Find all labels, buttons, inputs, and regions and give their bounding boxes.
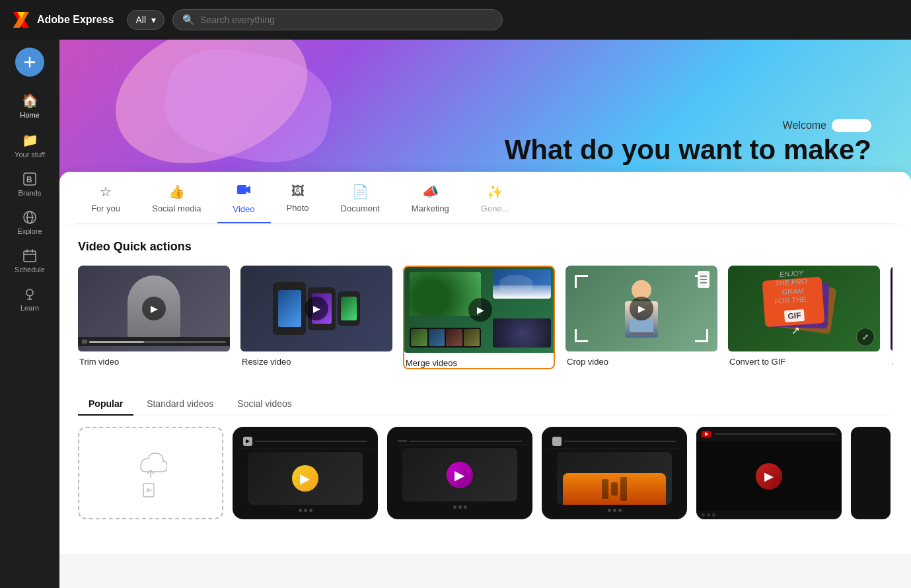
sidebar-item-learn[interactable]: Learn — [5, 281, 55, 317]
tab-for-you[interactable]: ☆ For you — [75, 173, 136, 223]
qa-card-convert-gif[interactable]: ENJOYTHE PRO-GRAMFOR THE... GIF ↗ ⤢ — [728, 266, 880, 369]
youtube-mockup: ▶ — [696, 427, 842, 519]
sidebar: 🏠 Home 📁 Your stuff B Brands Explore — [0, 40, 59, 588]
tab-video[interactable]: Video — [217, 172, 271, 223]
template-card-upload[interactable] — [78, 427, 223, 519]
qa-label-resize-video: Resize video — [240, 357, 392, 367]
quick-actions-section: Video Quick actions — [78, 240, 893, 375]
gif-cards-stack: ENJOYTHE PRO-GRAMFOR THE... GIF ↗ — [761, 279, 847, 338]
sidebar-item-label-home: Home — [20, 111, 39, 119]
templates-grid: ▶ ▶ — [78, 427, 893, 519]
template-tab-social[interactable]: Social videos — [227, 393, 303, 416]
phone-screen-1: ▶ — [248, 452, 362, 505]
video-file-icon — [141, 481, 161, 501]
search-input[interactable] — [200, 15, 493, 25]
qa-card-gif-img: ENJOYTHE PRO-GRAMFOR THE... GIF ↗ ⤢ — [728, 266, 880, 351]
partial-card-bg — [851, 427, 891, 519]
play-icon-merge: ▶ — [468, 298, 492, 322]
video-icon — [237, 182, 251, 200]
phone-mockup-3 — [542, 427, 687, 519]
play-icon-trim: ▶ — [142, 297, 166, 320]
schedule-icon — [22, 248, 37, 263]
sidebar-item-brands[interactable]: B Brands — [5, 166, 55, 202]
quick-actions-title: Video Quick actions — [78, 240, 893, 254]
folder-icon: 📁 — [22, 132, 38, 148]
qa-label-convert-gif: Convert to GIF — [728, 357, 880, 367]
tab-label-marketing: Marketing — [412, 203, 449, 213]
main-content: Video Quick actions — [59, 224, 911, 554]
qa-card-trim-video[interactable]: ▶ Trim video — [78, 266, 230, 369]
tab-generate[interactable]: ✨ Gene... — [465, 173, 525, 223]
template-card-instagram-1[interactable]: ▶ ▶ — [233, 427, 378, 519]
svg-rect-18 — [237, 185, 246, 194]
resize-phone-small — [338, 291, 360, 326]
template-card-youtube[interactable]: ▶ — [696, 427, 842, 519]
phone-mockup-1: ▶ ▶ — [233, 427, 378, 519]
tab-label-social-media: Social media — [152, 203, 201, 213]
search-filter-label: All — [135, 15, 146, 25]
tab-social-media[interactable]: 👍 Social media — [136, 173, 217, 223]
play-icon-crop: ▶ — [630, 297, 653, 320]
content-area: · · · · · · · · · · · · · · ·· · · · · ·… — [59, 40, 911, 588]
tab-photo[interactable]: 🖼 Photo — [271, 173, 325, 222]
gif-badge: GIF — [784, 309, 805, 322]
template-section: Popular Standard videos Social videos — [78, 393, 893, 519]
logo-area: Adobe Express — [11, 9, 114, 30]
sidebar-item-your-stuff[interactable]: 📁 Your stuff — [5, 127, 55, 164]
hero-welcome-row: Welcome — [505, 119, 871, 132]
adobe-express-logo — [11, 9, 32, 30]
qa-card-merge-img: ▶ — [404, 267, 555, 353]
hero-headline: What do you want to make? — [505, 135, 871, 165]
topbar: Adobe Express All ▾ 🔍 — [0, 0, 911, 40]
sidebar-item-label-explore: Explore — [17, 227, 42, 235]
qa-card-crop-img: ▶ — [565, 266, 717, 351]
explore-icon — [22, 210, 37, 225]
gif-card-front: ENJOYTHE PRO-GRAMFOR THE... GIF ↗ — [762, 277, 825, 327]
template-card-instagram-2[interactable] — [542, 427, 687, 519]
phone-screen-3 — [557, 452, 671, 505]
svg-text:B: B — [26, 175, 32, 184]
qa-card-resize-video[interactable]: ▶ Resize video — [240, 266, 392, 369]
qa-card-merge-videos[interactable]: ▶ Merge videos — [403, 266, 555, 369]
tab-marketing[interactable]: 📣 Marketing — [396, 173, 465, 223]
play-icon-resize: ▶ — [305, 297, 328, 320]
tab-label-for-you: For you — [91, 203, 120, 213]
tabs-row: ☆ For you 👍 Social media Video — [75, 172, 895, 224]
sidebar-item-home[interactable]: 🏠 Home — [5, 87, 55, 124]
search-icon: 🔍 — [182, 14, 195, 26]
upload-icon-area — [134, 445, 167, 501]
sidebar-item-label-brands: Brands — [18, 189, 42, 197]
svg-point-15 — [26, 289, 33, 296]
template-tab-standard[interactable]: Standard videos — [136, 393, 224, 416]
sidebar-item-explore[interactable]: Explore — [5, 205, 55, 240]
crop-corner-bl — [575, 329, 588, 342]
template-tabs: Popular Standard videos Social videos — [78, 393, 893, 416]
crop-corner-br — [695, 329, 708, 342]
phone-screen-2: ▶ — [402, 448, 517, 501]
tab-label-generate: Gene... — [481, 203, 509, 213]
qa-label-merge-videos: Merge videos — [404, 358, 554, 368]
phone-mockup-2: ▶ — [387, 427, 532, 519]
tab-label-video: Video — [233, 204, 255, 214]
chevron-down-icon: ▾ — [151, 15, 156, 25]
quick-actions-grid: ▶ Trim video — [78, 266, 893, 375]
thumbs-up-icon: 👍 — [168, 184, 185, 200]
sidebar-item-label-your-stuff: Your stuff — [15, 151, 45, 159]
hero-username — [832, 119, 871, 132]
tab-label-photo: Photo — [287, 203, 309, 213]
template-card-partial[interactable] — [851, 427, 891, 519]
search-filter-dropdown[interactable]: All ▾ — [127, 10, 164, 30]
sidebar-item-label-learn: Learn — [20, 304, 39, 312]
tab-document[interactable]: 📄 Document — [325, 173, 396, 223]
add-new-button[interactable] — [15, 48, 44, 77]
template-card-tiktok[interactable]: ▶ — [387, 427, 532, 519]
qa-card-crop-video[interactable]: ▶ Crop video — [565, 266, 717, 369]
qa-card-animate-img: Some card content text here ⤢ — [891, 266, 893, 351]
search-bar[interactable]: 🔍 — [172, 9, 503, 30]
hero-banner: · · · · · · · · · · · · · · ·· · · · · ·… — [59, 40, 911, 185]
sidebar-item-schedule[interactable]: Schedule — [5, 243, 55, 279]
qa-card-animate-from[interactable]: Some card content text here ⤢ — [891, 266, 893, 369]
template-tab-popular[interactable]: Popular — [78, 393, 133, 416]
learn-icon — [22, 287, 37, 301]
svg-rect-11 — [24, 251, 36, 262]
